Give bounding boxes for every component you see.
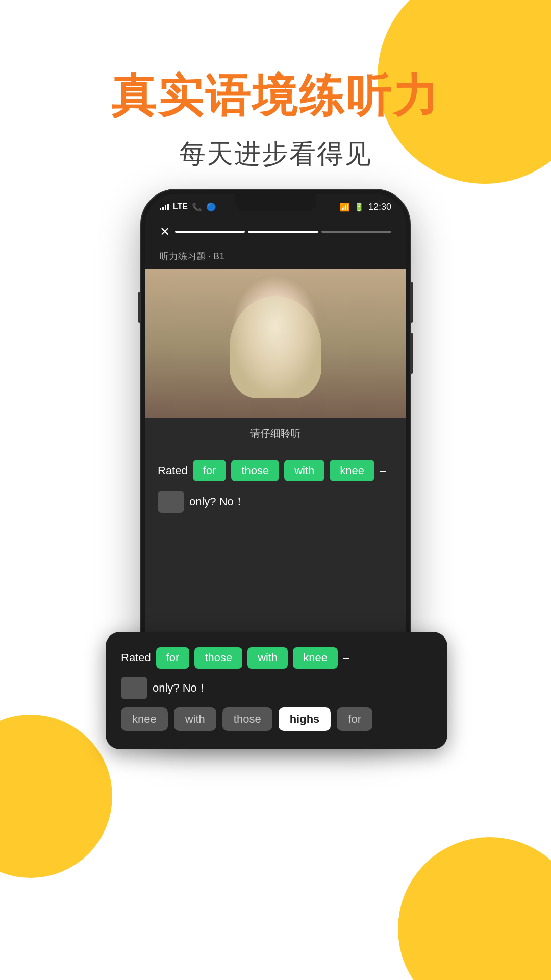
- bottom-rated-label: Rated: [121, 651, 151, 665]
- choice-highs[interactable]: highs: [279, 707, 331, 731]
- status-right: 📶 🔋 12:30: [340, 202, 391, 212]
- progress-segment-3: [321, 231, 391, 233]
- dash-symbol: –: [380, 464, 386, 477]
- main-title: 真实语境练听力: [0, 71, 551, 121]
- listen-instruction: 请仔细聆听: [145, 418, 406, 450]
- choice-row: knee with those highs for: [121, 707, 432, 731]
- bottom-chip-knee[interactable]: knee: [293, 647, 338, 669]
- word-chip-for[interactable]: for: [193, 460, 227, 481]
- call-icon: 📞: [192, 202, 202, 212]
- exercise-label: 听力练习题 · B1: [145, 246, 406, 270]
- video-content: [145, 270, 406, 418]
- decoration-circle-bottom-left: [0, 715, 112, 878]
- volume-up-button: [138, 292, 141, 323]
- signal-icon: [160, 203, 169, 210]
- suffix-row: only? No！: [158, 491, 393, 513]
- bottom-sentence-row: Rated for those with knee –: [121, 647, 432, 669]
- choice-knee[interactable]: knee: [121, 707, 168, 731]
- power-button: [410, 282, 413, 323]
- bluetooth-icon: 🔵: [206, 202, 216, 212]
- bottom-chip-for[interactable]: for: [156, 647, 190, 669]
- progress-segment-1: [175, 231, 245, 233]
- signal-bar-3: [165, 205, 166, 210]
- choice-for[interactable]: for: [337, 707, 372, 731]
- progress-area: ✕: [145, 219, 406, 246]
- decoration-circle-bottom-right: [398, 837, 551, 980]
- bottom-chip-with[interactable]: with: [247, 647, 288, 669]
- battery-icon: 🔋: [354, 202, 364, 212]
- person-hair: [230, 296, 321, 398]
- bottom-chip-those[interactable]: those: [194, 647, 242, 669]
- video-area[interactable]: [145, 270, 406, 418]
- placeholder-chip[interactable]: [158, 491, 184, 513]
- word-chip-those[interactable]: those: [231, 460, 279, 481]
- progress-bars: [175, 231, 391, 233]
- status-left: LTE 📞 🔵: [160, 202, 216, 212]
- bottom-suffix-row: only? No！: [121, 677, 432, 699]
- signal-bar-4: [167, 204, 169, 210]
- wifi-icon: 📶: [340, 202, 350, 212]
- lte-label: LTE: [173, 202, 188, 211]
- phone-shell: LTE 📞 🔵 📶 🔋 12:30 ✕: [140, 189, 411, 730]
- rated-label: Rated: [158, 464, 188, 477]
- suffix-text: only? No！: [189, 494, 245, 509]
- signal-bar-1: [160, 208, 161, 210]
- progress-segment-2: [248, 231, 318, 233]
- close-button[interactable]: ✕: [160, 225, 170, 239]
- phone-notch: [235, 194, 316, 211]
- word-chip-with[interactable]: with: [284, 460, 324, 481]
- choice-with[interactable]: with: [174, 707, 216, 731]
- bottom-dash: –: [343, 651, 349, 665]
- choice-those[interactable]: those: [222, 707, 272, 731]
- time-display: 12:30: [368, 202, 391, 212]
- bottom-panel: Rated for those with knee – only? No！ kn…: [106, 632, 447, 749]
- signal-bar-2: [162, 207, 164, 210]
- word-chip-knee[interactable]: knee: [330, 460, 374, 481]
- sub-title: 每天进步看得见: [0, 136, 551, 172]
- header-section: 真实语境练听力 每天进步看得见: [0, 0, 551, 172]
- sentence-row: Rated for those with knee –: [158, 460, 393, 481]
- word-panel: Rated for those with knee – only? No！: [145, 450, 406, 534]
- bottom-suffix: only? No！: [153, 680, 208, 696]
- bottom-placeholder[interactable]: [121, 677, 147, 699]
- phone-mockup: LTE 📞 🔵 📶 🔋 12:30 ✕: [140, 189, 411, 730]
- volume-down-button: [410, 333, 413, 374]
